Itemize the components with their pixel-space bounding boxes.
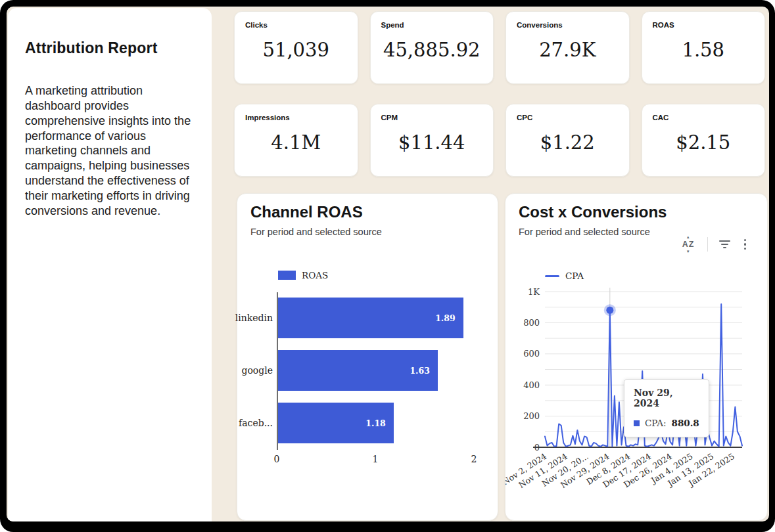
kpi-label: Spend: [381, 21, 483, 29]
bar-value-label: 1.89: [435, 313, 455, 323]
kpi-card-cac: CAC $2.15: [642, 104, 766, 177]
y-tick-label: 800: [523, 318, 540, 328]
cost-conversions-card: Cost x Conversions For period and select…: [505, 193, 768, 521]
kpi-label: CPM: [381, 114, 483, 122]
report-canvas: Attribution Report A marketing attributi…: [7, 7, 769, 521]
kpi-label: Clicks: [245, 21, 347, 29]
kpi-label: ROAS: [653, 21, 755, 29]
kpi-value: 45,885.92: [381, 29, 483, 74]
bar-value-label: 1.63: [410, 366, 429, 376]
bar-row: google1.63: [278, 350, 474, 391]
cpa-legend: CPA: [545, 271, 584, 281]
toolbar-divider: [707, 237, 708, 252]
bar-category-label: faceb...: [239, 418, 273, 428]
bar-row: faceb...1.18: [278, 403, 474, 443]
kpi-value: $11.44: [381, 122, 483, 167]
y-tick-label: 600: [523, 349, 540, 359]
kpi-label: Conversions: [517, 21, 619, 29]
kpi-value: 27.9K: [517, 29, 619, 74]
kpi-card-cpm: CPM $11.44: [370, 104, 494, 177]
kpi-value: 4.1M: [245, 122, 347, 167]
chart-title: Cost x Conversions: [519, 203, 667, 221]
sort-az-icon[interactable]: AZ▲▼: [681, 237, 696, 252]
tooltip-series-swatch: [634, 420, 640, 426]
chart-subtitle: For period and selected source: [250, 227, 382, 237]
kpi-grid: Clicks 51,039 Spend 45,885.92 Conversion…: [234, 11, 765, 177]
chart-subtitle: For period and selected source: [519, 227, 650, 237]
x-tick-label: 1: [373, 454, 379, 464]
kpi-value: $1.22: [517, 122, 619, 167]
roas-legend-label: ROAS: [302, 270, 328, 280]
kpi-card-impressions: Impressions 4.1M: [234, 104, 358, 177]
roas-legend: ROAS: [278, 270, 328, 280]
x-tick-label: 2: [471, 454, 477, 464]
cpa-legend-label: CPA: [565, 271, 584, 281]
kpi-card-conversions: Conversions 27.9K: [505, 11, 630, 84]
report-title: Attribution Report: [25, 39, 195, 57]
bar-faceb[interactable]: 1.18: [278, 403, 394, 443]
chart-title: Channel ROAS: [250, 203, 363, 221]
channel-roas-card: Channel ROAS For period and selected sou…: [237, 193, 498, 521]
bar-category-label: linkedin: [235, 313, 273, 323]
kpi-value: 1.58: [653, 29, 755, 74]
kpi-label: Impressions: [245, 114, 347, 122]
roas-bar-chart[interactable]: linkedin1.89google1.63faceb...1.18: [277, 292, 474, 450]
bar-row: linkedin1.89: [278, 298, 474, 338]
kpi-card-clicks: Clicks 51,039: [234, 11, 358, 84]
kpi-card-spend: Spend 45,885.92: [370, 11, 494, 84]
chart-tooltip: Nov 29, 2024 CPA: 880.8: [624, 379, 709, 437]
cpa-legend-line: [545, 275, 559, 277]
report-frame: Attribution Report A marketing attributi…: [0, 0, 775, 532]
more-options-icon[interactable]: [741, 238, 749, 252]
kpi-value: $2.15: [653, 122, 755, 167]
tooltip-date: Nov 29, 2024: [634, 388, 701, 409]
kpi-label: CPC: [517, 114, 619, 122]
y-tick-label: 400: [523, 380, 540, 390]
tooltip-series-label: CPA:: [645, 418, 666, 428]
kpi-card-roas: ROAS 1.58: [642, 11, 766, 84]
roas-x-axis: 012: [277, 454, 474, 467]
filter-icon[interactable]: [719, 238, 730, 250]
bar-linkedin[interactable]: 1.89: [278, 298, 463, 338]
highlight-point[interactable]: [606, 307, 613, 314]
y-tick-label: 1K: [528, 287, 540, 297]
roas-legend-swatch: [278, 271, 296, 280]
kpi-label: CAC: [653, 114, 755, 122]
y-tick-label: 200: [523, 411, 540, 421]
chart-toolbar: AZ▲▼: [681, 237, 749, 252]
report-description: A marketing attribution dashboard provid…: [25, 83, 195, 219]
bar-google[interactable]: 1.63: [278, 350, 438, 391]
bar-category-label: google: [241, 365, 273, 376]
kpi-value: 51,039: [245, 29, 347, 74]
bar-value-label: 1.18: [365, 418, 385, 428]
sidebar: Attribution Report A marketing attributi…: [8, 8, 212, 521]
kpi-card-cpc: CPC $1.22: [505, 104, 630, 177]
x-tick-label: 0: [274, 454, 280, 464]
tooltip-value: 880.8: [671, 418, 699, 428]
